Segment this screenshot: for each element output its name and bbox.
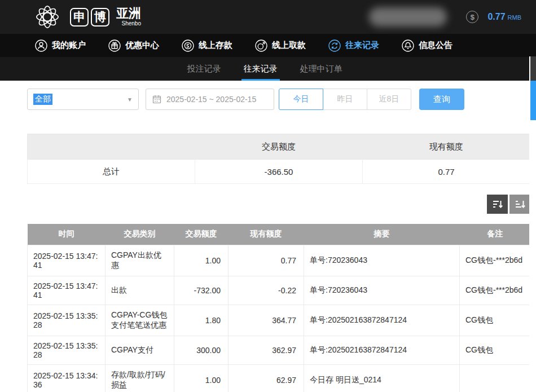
balance-amount: 0.77 <box>487 12 505 22</box>
lotus-knot-logo-icon <box>33 2 62 32</box>
user-icon <box>35 39 47 52</box>
summary-header-empty <box>28 134 195 160</box>
cell-amount: 300.00 <box>174 336 229 364</box>
records-header-row: 时间 交易类别 交易额度 现有额度 摘要 备注 <box>28 224 531 245</box>
cell-type: CGPAY-CG钱包支付笔笔送优惠 <box>106 305 174 336</box>
cell-balance: 62.97 <box>229 364 304 392</box>
bell-icon <box>402 39 414 52</box>
brand-suffix: 亚洲 Shenbo <box>116 7 141 27</box>
cell-balance: -0.22 <box>229 276 304 305</box>
nav-item-label: 优惠中心 <box>125 40 159 51</box>
chevron-down-icon: ▼ <box>127 96 133 103</box>
header-summary: 摘要 <box>304 224 460 245</box>
date-range-input[interactable]: 2025-02-15 ~ 2025-02-15 <box>146 89 274 110</box>
table-row: 2025-02-15 13:35:28CGPAY支付300.00362.97单号… <box>28 336 531 364</box>
category-select[interactable]: 全部 ▼ <box>27 89 139 110</box>
cell-amount: 1.80 <box>174 305 229 336</box>
cell-balance: 0.77 <box>229 245 304 276</box>
nav-item-announcements[interactable]: 信息公告 <box>402 39 452 52</box>
withdraw-coin-icon <box>255 39 267 52</box>
table-row: 2025-02-15 13:34:36存款/取款/打码/损益1.0062.97今… <box>28 364 531 392</box>
scrollbar-thumb-dark[interactable] <box>530 56 536 81</box>
header-amount: 交易额度 <box>174 224 229 245</box>
table-row: 2025-02-15 13:47:41CGPAY出款优惠1.000.77单号:7… <box>28 245 531 276</box>
nav-item-label: 线上取款 <box>272 40 306 51</box>
top-header: 申 博 亚洲 Shenbo $ 0.77 RMB <box>0 0 536 34</box>
nav-item-my-account[interactable]: 我的账户 <box>35 39 86 52</box>
records-table: 时间 交易类别 交易额度 现有额度 摘要 备注 2025-02-15 13:47… <box>27 224 531 392</box>
tab-processing-orders[interactable]: 处理中订单 <box>298 57 345 81</box>
summary-total-label: 总计 <box>28 160 195 184</box>
summary-header-transaction-amount: 交易额度 <box>195 134 363 160</box>
summary-balance: 0.77 <box>363 160 530 184</box>
cell-remark: CG钱包 <box>460 305 531 336</box>
brand-logo[interactable]: 申 博 亚洲 Shenbo <box>33 2 141 32</box>
sort-toolbar <box>27 195 530 214</box>
cell-remark: CG钱包 <box>460 336 531 364</box>
nav-item-label: 我的账户 <box>52 40 86 51</box>
header-balance: 现有额度 <box>229 224 304 245</box>
today-button[interactable]: 今日 <box>279 89 323 110</box>
cell-remark: CG钱包-***2b6d <box>460 245 531 276</box>
summary-header-row: 交易额度 现有额度 <box>28 134 530 160</box>
summary-total-row: 总计 -366.50 0.77 <box>28 160 530 184</box>
cell-amount: 1.00 <box>174 245 229 276</box>
cell-time: 2025-02-15 13:35:28 <box>28 336 106 364</box>
summary-transaction-amount: -366.50 <box>195 160 363 184</box>
nav-item-withdraw[interactable]: 线上取款 <box>255 39 306 52</box>
sub-nav: 投注记录 往来记录 处理中订单 <box>0 57 529 81</box>
cell-time: 2025-02-15 13:47:41 <box>28 276 106 305</box>
header-remark: 备注 <box>460 224 531 245</box>
account-privacy-blur <box>369 7 447 27</box>
brand-subtitle: Shenbo <box>116 21 141 27</box>
table-row: 2025-02-15 13:35:28CGPAY-CG钱包支付笔笔送优惠1.80… <box>28 305 531 336</box>
nav-item-promotions[interactable]: 优惠中心 <box>108 39 159 52</box>
category-select-value: 全部 <box>33 94 52 105</box>
cell-amount: -732.00 <box>174 276 229 305</box>
cell-summary: 单号:720236043 <box>304 245 460 276</box>
sort-amount-desc-icon <box>492 199 503 209</box>
nav-item-label: 线上存款 <box>199 40 232 51</box>
cell-summary: 今日存 明日送_0214 <box>304 364 460 392</box>
cell-amount: 1.00 <box>174 364 229 392</box>
deposit-coin-icon <box>182 39 194 52</box>
nav-item-label: 信息公告 <box>419 40 452 51</box>
query-button[interactable]: 查询 <box>419 89 464 110</box>
cell-type: CGPAY出款优惠 <box>106 245 174 276</box>
cell-time: 2025-02-15 13:47:41 <box>28 245 106 276</box>
summary-table: 交易额度 现有额度 总计 -366.50 0.77 <box>27 134 530 184</box>
cell-remark <box>460 364 531 392</box>
scrollbar-thumb-blue[interactable] <box>530 81 536 120</box>
topbar-right: $ 0.77 RMB <box>369 7 521 27</box>
cell-balance: 362.97 <box>229 336 304 364</box>
cell-remark: CG钱包-***2b6d <box>460 276 531 305</box>
brand-box-bo: 博 <box>91 8 109 27</box>
cell-balance: 364.77 <box>229 305 304 336</box>
table-row: 2025-02-15 13:47:41出款-732.00-0.22单号:7202… <box>28 276 531 305</box>
nav-item-label: 往来记录 <box>345 40 379 51</box>
calendar-icon <box>152 95 161 104</box>
sort-ascending-button[interactable] <box>509 195 530 214</box>
cell-type: CGPAY支付 <box>106 336 174 364</box>
balance-display[interactable]: 0.77 RMB <box>487 12 521 22</box>
date-range-text: 2025-02-15 ~ 2025-02-15 <box>166 95 256 104</box>
tab-transaction-records[interactable]: 往来记录 <box>241 57 280 81</box>
brand-suffix-text: 亚洲 <box>116 7 141 20</box>
tab-betting-records[interactable]: 投注记录 <box>185 57 223 81</box>
header-time: 时间 <box>28 224 106 245</box>
filter-bar: 全部 ▼ 2025-02-15 ~ 2025-02-15 今日 昨日 近8日 查… <box>27 89 530 110</box>
summary-header-balance: 现有额度 <box>363 134 530 160</box>
sort-descending-button[interactable] <box>487 195 508 214</box>
cell-time: 2025-02-15 13:34:36 <box>28 364 106 392</box>
cell-summary: 单号:202502163872847124 <box>304 336 460 364</box>
nav-item-transaction-records[interactable]: 往来记录 <box>328 39 379 52</box>
cell-time: 2025-02-15 13:35:28 <box>28 305 106 336</box>
last-8-days-button[interactable]: 近8日 <box>367 89 411 110</box>
cell-summary: 单号:202502163872847124 <box>304 305 460 336</box>
sort-amount-asc-icon <box>515 199 526 209</box>
brand-box-shen: 申 <box>70 8 89 27</box>
brand-characters: 申 博 <box>70 8 109 27</box>
records-body: 2025-02-15 13:47:41CGPAY出款优惠1.000.77单号:7… <box>28 245 531 392</box>
nav-item-deposit[interactable]: 线上存款 <box>182 39 232 52</box>
yesterday-button[interactable]: 昨日 <box>323 89 367 110</box>
